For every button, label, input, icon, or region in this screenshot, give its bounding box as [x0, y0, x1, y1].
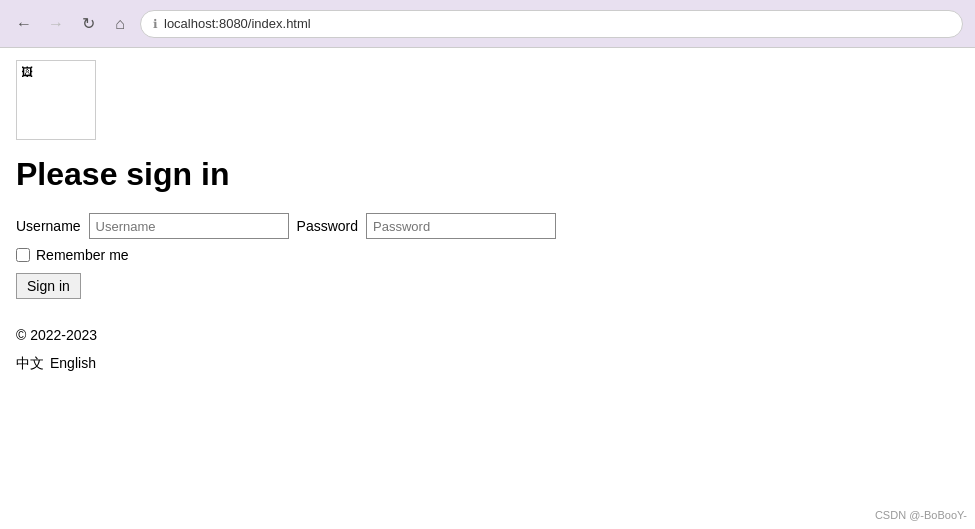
security-icon: ℹ — [153, 17, 158, 31]
lang-chinese-link[interactable]: 中文 — [16, 355, 44, 373]
address-bar[interactable]: ℹ localhost:8080/index.html — [140, 10, 963, 38]
language-row: 中文 English — [16, 355, 959, 373]
credentials-row: Username Password — [16, 213, 959, 239]
page-title: Please sign in — [16, 156, 959, 193]
browser-chrome: ← → ↻ ⌂ ℹ localhost:8080/index.html — [0, 0, 975, 48]
page-content: Please sign in Username Password Remembe… — [0, 48, 975, 529]
username-label: Username — [16, 218, 81, 234]
password-label: Password — [297, 218, 358, 234]
lang-english-link[interactable]: English — [50, 355, 96, 373]
username-input[interactable] — [89, 213, 289, 239]
remember-checkbox[interactable] — [16, 248, 30, 262]
signin-button[interactable]: Sign in — [16, 273, 81, 299]
home-button[interactable]: ⌂ — [108, 12, 132, 36]
watermark-text: CSDN @-BoBooY- — [875, 509, 967, 521]
forward-button[interactable]: → — [44, 12, 68, 36]
back-button[interactable]: ← — [12, 12, 36, 36]
remember-label: Remember me — [36, 247, 129, 263]
copyright-text: © 2022-2023 — [16, 327, 959, 343]
logo-image — [16, 60, 96, 140]
remember-row: Remember me — [16, 247, 959, 263]
reload-button[interactable]: ↻ — [76, 12, 100, 36]
password-input[interactable] — [366, 213, 556, 239]
url-text: localhost:8080/index.html — [164, 16, 311, 31]
